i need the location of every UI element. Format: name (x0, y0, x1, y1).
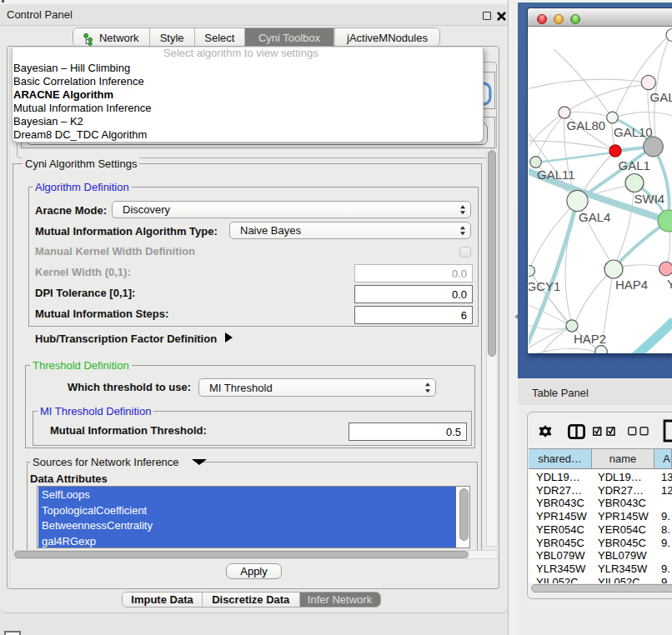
svg-text:GAL4: GAL4 (579, 210, 610, 224)
svg-text:YB: YB (667, 277, 672, 291)
svg-text:HAP4: HAP4 (615, 278, 648, 292)
svg-text:SWI4: SWI4 (634, 192, 665, 206)
svg-text:GAL10: GAL10 (614, 125, 653, 139)
svg-text:GAL7: GAL7 (650, 90, 672, 104)
svg-text:GCY1: GCY1 (529, 279, 560, 293)
svg-text:HAP2: HAP2 (574, 332, 606, 346)
svg-text:GAL1: GAL1 (619, 158, 650, 172)
svg-text:GAL11: GAL11 (537, 168, 575, 182)
svg-text:GAL80: GAL80 (567, 118, 606, 132)
